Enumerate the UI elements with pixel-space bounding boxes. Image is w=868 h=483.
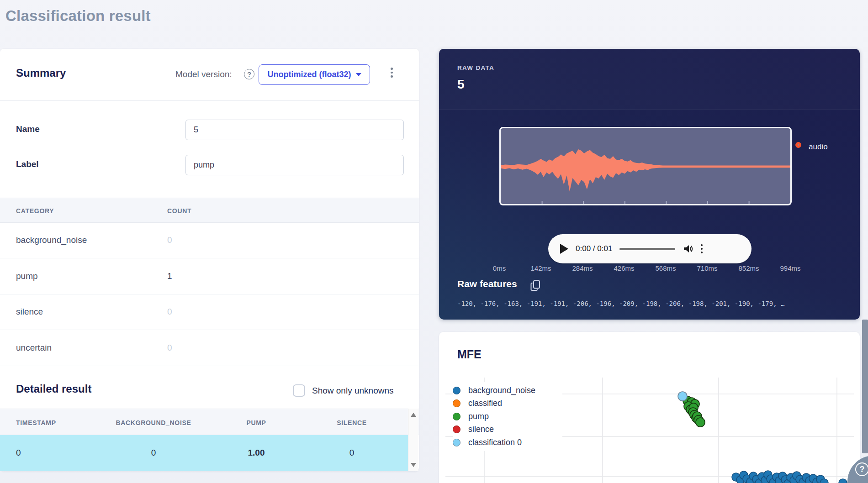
- mfe-legend-item[interactable]: classification 0: [453, 436, 562, 449]
- page-title: Classification result: [5, 7, 151, 25]
- category-cell: silence: [16, 307, 43, 317]
- mfe-legend: background_noiseclassifiedpumpsilencecla…: [453, 382, 562, 451]
- chevron-down-icon: [356, 73, 361, 76]
- legend-dot-icon: [453, 399, 460, 407]
- scatter-point-classification-0[interactable]: [678, 392, 687, 401]
- legend-label: classification 0: [468, 438, 522, 447]
- scatter-point-pump[interactable]: [696, 418, 705, 427]
- raw-data-card: RAW DATA 5 1000050000-5000-10000 0ms142m…: [439, 49, 860, 320]
- legend-label: background_noise: [468, 386, 535, 395]
- category-table-row[interactable]: pump1: [0, 259, 419, 294]
- model-version-value: Unoptimized (float32): [268, 70, 351, 79]
- count-cell: 0: [167, 235, 172, 245]
- legend-dot-icon: [453, 439, 460, 446]
- copy-icon[interactable]: [530, 280, 541, 292]
- question-mark-icon: ?: [855, 462, 868, 476]
- label-input[interactable]: pump: [185, 155, 404, 175]
- volume-icon[interactable]: [683, 243, 693, 254]
- detailed-column-header: BACKGROUND_NOISE: [116, 419, 191, 426]
- category-cell: background_noise: [16, 235, 87, 245]
- detailed-table-scrollbar[interactable]: [408, 409, 418, 471]
- legend-dot-icon: [453, 387, 460, 394]
- legend-label: classified: [468, 399, 502, 408]
- detailed-result-title: Detailed result: [16, 383, 91, 395]
- mfe-legend-item[interactable]: classified: [453, 397, 562, 410]
- detailed-table-header: TIMESTAMPBACKGROUND_NOISEPUMPSILENCE: [0, 409, 419, 435]
- legend-label: pump: [468, 412, 489, 421]
- name-input-value: 5: [194, 125, 198, 135]
- waveform-svg: [501, 128, 790, 204]
- model-version-help-icon[interactable]: ?: [244, 69, 254, 79]
- scroll-down-icon[interactable]: [411, 463, 416, 467]
- legend-label: silence: [468, 425, 494, 434]
- count-cell: 0: [167, 307, 172, 317]
- raw-data-label: RAW DATA: [457, 64, 494, 71]
- detailed-cell: 0: [16, 448, 21, 458]
- detailed-table-selected-row[interactable]: 001.000: [0, 435, 408, 471]
- category-table-row[interactable]: silence0: [0, 294, 419, 330]
- raw-features-values: -120, -176, -163, -191, -191, -206, -196…: [457, 300, 846, 307]
- waveform-x-tick: 852ms: [728, 264, 769, 272]
- category-table-header: CATEGORY COUNT: [0, 198, 419, 223]
- count-cell: 0: [167, 343, 172, 353]
- waveform-x-tick: 284ms: [562, 264, 603, 272]
- category-cell: uncertain: [16, 343, 52, 353]
- legend-dot-icon: [453, 425, 460, 433]
- model-version-label: Model version:: [175, 69, 232, 79]
- detailed-column-header: TIMESTAMP: [16, 419, 56, 426]
- show-only-unknowns-label: Show only unknowns: [312, 386, 394, 396]
- raw-data-header-band: [439, 49, 860, 110]
- category-cell: pump: [16, 271, 38, 281]
- label-field-label: Label: [16, 159, 39, 169]
- waveform-x-tick: 710ms: [687, 264, 728, 272]
- model-version-dropdown[interactable]: Unoptimized (float32): [259, 64, 370, 85]
- audio-legend-label: audio: [809, 142, 828, 152]
- audio-legend-dot: [795, 142, 801, 148]
- detailed-column-header: SILENCE: [337, 419, 367, 426]
- mfe-legend-item[interactable]: background_noise: [453, 384, 562, 397]
- waveform-x-tick: 568ms: [645, 264, 686, 272]
- detailed-column-header: PUMP: [246, 419, 266, 426]
- raw-features-title: Raw features: [457, 278, 517, 289]
- waveform-plot[interactable]: [499, 127, 792, 205]
- mfe-card: MFE background_noiseclassifiedpumpsilenc…: [439, 332, 860, 483]
- player-time: 0:00 / 0:01: [576, 244, 612, 253]
- mfe-title: MFE: [457, 348, 482, 361]
- category-table-row[interactable]: uncertain0: [0, 331, 419, 366]
- raw-data-sample-name: 5: [457, 77, 465, 92]
- detailed-cell: 0: [151, 448, 156, 458]
- waveform-x-tick: 142ms: [520, 264, 561, 272]
- label-input-value: pump: [194, 160, 214, 170]
- waveform-x-tick: 0ms: [479, 264, 520, 272]
- summary-kebab-menu-icon[interactable]: [391, 68, 393, 78]
- play-icon[interactable]: [560, 244, 568, 254]
- legend-dot-icon: [453, 413, 460, 420]
- waveform-x-tick: 426ms: [603, 264, 645, 272]
- page-scrollbar-thumb[interactable]: [862, 320, 868, 453]
- player-kebab-menu-icon[interactable]: [701, 244, 703, 253]
- summary-divider: [0, 100, 419, 101]
- detailed-cell: 1.00: [248, 448, 265, 458]
- mfe-legend-item[interactable]: silence: [453, 423, 562, 436]
- category-column-header: CATEGORY: [16, 207, 54, 215]
- mfe-legend-item[interactable]: pump: [453, 410, 562, 423]
- name-input[interactable]: 5: [185, 120, 404, 140]
- audio-player[interactable]: 0:00 / 0:01: [548, 234, 752, 263]
- category-table-row[interactable]: background_noise0: [0, 223, 419, 258]
- player-progress-bar[interactable]: [619, 248, 675, 250]
- scroll-up-icon[interactable]: [411, 413, 416, 417]
- scatter-point-background_noise[interactable]: [839, 479, 847, 483]
- detailed-cell: 0: [349, 448, 355, 458]
- count-column-header: COUNT: [167, 207, 191, 215]
- count-cell: 1: [167, 271, 172, 281]
- name-field-label: Name: [16, 124, 40, 134]
- summary-card-title: Summary: [16, 67, 66, 79]
- show-only-unknowns-checkbox[interactable]: [293, 384, 305, 397]
- waveform-x-tick: 994ms: [770, 264, 811, 272]
